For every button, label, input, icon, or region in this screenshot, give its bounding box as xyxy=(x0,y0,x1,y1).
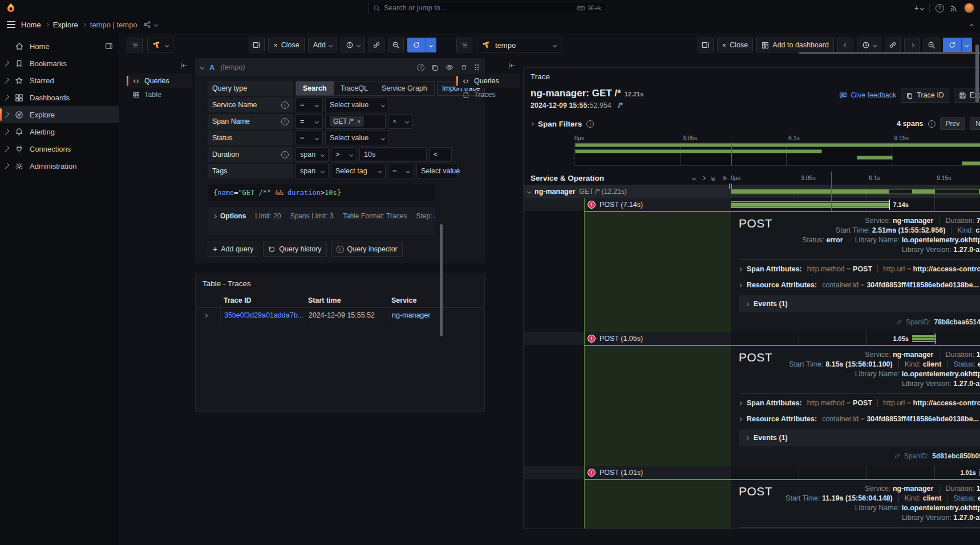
share-icon[interactable] xyxy=(143,21,151,29)
run-query-button[interactable] xyxy=(943,38,961,52)
trace-id-button[interactable]: Trace ID xyxy=(901,88,949,103)
span-row-post-1[interactable]: ! POST (7.14s) 7.14s xyxy=(524,198,980,211)
time-shift-forward-button[interactable] xyxy=(904,38,920,52)
datasource-picker[interactable]: tempo xyxy=(477,38,561,52)
expand-icon[interactable] xyxy=(3,129,10,135)
collapse-tabs-button[interactable] xyxy=(127,59,192,74)
run-query-interval-dropdown[interactable] xyxy=(426,38,436,52)
datasource-picker[interactable] xyxy=(147,38,173,52)
give-feedback-link[interactable]: Give feedback xyxy=(839,91,896,99)
sidebar-item-dashboards[interactable]: Dashboards xyxy=(0,89,119,106)
sidebar-item-explore[interactable]: Explore xyxy=(0,106,119,123)
sidebar-item-home[interactable]: Home xyxy=(0,38,119,55)
collapse-tabs-button[interactable] xyxy=(456,59,520,74)
add-menu-button[interactable]: + xyxy=(914,3,924,13)
time-picker-button[interactable] xyxy=(341,38,365,52)
sidebar-item-administration[interactable]: Administration xyxy=(0,157,119,174)
trace-horizontal-scrollbar[interactable] xyxy=(799,52,980,54)
tab-queries[interactable]: Queries xyxy=(127,74,192,88)
add-to-dashboard-button[interactable]: Add to dashboard xyxy=(756,38,834,52)
span-name-clear[interactable]: × xyxy=(388,114,413,129)
right-pane-scrollbar[interactable] xyxy=(975,44,979,103)
service-name-select[interactable]: Select value xyxy=(325,97,389,112)
split-pane-button[interactable] xyxy=(698,38,714,52)
close-pane-button[interactable]: ×Close xyxy=(268,38,305,52)
user-avatar[interactable] xyxy=(964,3,974,13)
add-button[interactable]: Add xyxy=(308,38,337,52)
column-header-start-time[interactable]: Start time xyxy=(305,294,388,307)
span-bar[interactable] xyxy=(731,201,889,208)
prev-span-button[interactable]: Prev xyxy=(940,117,966,130)
tab-traces[interactable]: Traces xyxy=(456,88,520,101)
column-header-trace-id[interactable]: Trace ID xyxy=(220,294,305,307)
split-pane-button[interactable] xyxy=(249,38,265,52)
sidebar-item-alerting[interactable]: Alerting xyxy=(0,123,119,140)
tab-table[interactable]: Table xyxy=(127,88,192,101)
time-shift-back-button[interactable] xyxy=(837,38,853,52)
link-icon[interactable] xyxy=(894,453,901,459)
span-attributes-row[interactable]: Span Attributes: http.method = POSThttp.… xyxy=(739,261,980,277)
time-picker-button[interactable] xyxy=(857,38,881,52)
expand-icon[interactable] xyxy=(3,60,10,67)
tags-scope[interactable]: span xyxy=(295,164,329,178)
duration-value-input[interactable]: 10s xyxy=(359,147,427,162)
close-pane-button[interactable]: ×Close xyxy=(717,38,754,52)
duplicate-icon[interactable] xyxy=(431,64,439,71)
share-link-button[interactable] xyxy=(885,38,901,52)
add-query-button[interactable]: +Add query xyxy=(208,242,258,257)
expand-all-icon[interactable] xyxy=(722,177,726,180)
span-filters-label[interactable]: Span Filters xyxy=(538,120,582,128)
tags-operator[interactable]: = xyxy=(388,164,414,178)
span-name-select[interactable]: GET /*× xyxy=(325,114,386,129)
zoom-out-button[interactable] xyxy=(924,38,939,52)
trace-id-link[interactable]: 35be0f3d29a01adda7b... xyxy=(220,307,305,323)
collapse-all-icon[interactable] xyxy=(712,176,715,181)
grafana-logo-icon[interactable] xyxy=(6,3,16,13)
global-search-input[interactable]: Search or jump to... ⌘+k xyxy=(368,2,606,14)
help-button[interactable]: ? xyxy=(936,4,944,13)
query-inspector-button[interactable]: i Query inspector xyxy=(331,242,403,257)
tab-traceql[interactable]: TraceQL xyxy=(334,82,375,95)
collapse-toolbar-button[interactable] xyxy=(970,21,973,29)
breadcrumb-explore[interactable]: Explore xyxy=(53,21,78,29)
next-span-button[interactable]: Next xyxy=(970,117,980,130)
events-section[interactable]: Events (1) xyxy=(739,429,980,446)
expand-icon[interactable] xyxy=(3,163,10,169)
expand-one-icon[interactable] xyxy=(702,176,706,180)
tab-service-graph[interactable]: Service Graph xyxy=(375,82,434,95)
collapse-one-icon[interactable] xyxy=(692,176,696,180)
service-name-operator[interactable]: = xyxy=(295,97,323,112)
expand-span-filters-icon[interactable] xyxy=(530,121,534,125)
run-query-interval-dropdown[interactable] xyxy=(961,38,972,52)
resource-attributes-row[interactable]: Resource Attributes: container.id = 304f… xyxy=(739,277,980,293)
tab-queries[interactable]: Queries xyxy=(456,74,520,88)
query-rows-outline-button[interactable] xyxy=(456,38,472,52)
expand-icon[interactable] xyxy=(3,146,10,152)
expand-icon[interactable] xyxy=(3,112,10,118)
column-resize-handle[interactable] xyxy=(729,184,732,189)
resource-attributes-row[interactable]: Resource Attributes: container.id = 304f… xyxy=(739,411,980,427)
zoom-out-button[interactable] xyxy=(388,38,404,52)
menu-toggle-button[interactable] xyxy=(7,21,15,28)
dock-sidebar-icon[interactable] xyxy=(105,42,113,50)
span-row-root[interactable]: ng-manager GET /* (12.21s) xyxy=(524,185,980,198)
span-attributes-row[interactable]: Span Attributes: http.method = POSThttp.… xyxy=(739,395,980,411)
query-history-button[interactable]: Query history xyxy=(263,242,326,257)
sidebar-item-bookmarks[interactable]: Bookmarks xyxy=(0,55,119,72)
status-select[interactable]: Select value xyxy=(325,131,389,145)
service-operation-header[interactable]: Service & Operation xyxy=(531,174,604,182)
span-bar[interactable] xyxy=(912,335,935,342)
help-icon[interactable]: ? xyxy=(417,64,424,71)
expand-icon[interactable] xyxy=(3,95,10,101)
chevron-down-icon[interactable] xyxy=(154,22,158,26)
span-name-chip[interactable]: GET /*× xyxy=(330,116,364,127)
collapse-children-icon[interactable] xyxy=(527,189,531,193)
remove-chip-icon[interactable]: × xyxy=(357,118,361,125)
span-row-post-3[interactable]: ! POST (1.01s) 1.01s xyxy=(524,466,980,479)
span-bar[interactable] xyxy=(731,189,980,194)
row-expand-button[interactable] xyxy=(196,307,220,323)
status-operator[interactable]: = xyxy=(295,131,323,145)
expand-icon[interactable] xyxy=(3,78,10,84)
run-query-button[interactable] xyxy=(407,38,426,52)
tab-search[interactable]: Search xyxy=(296,82,334,95)
